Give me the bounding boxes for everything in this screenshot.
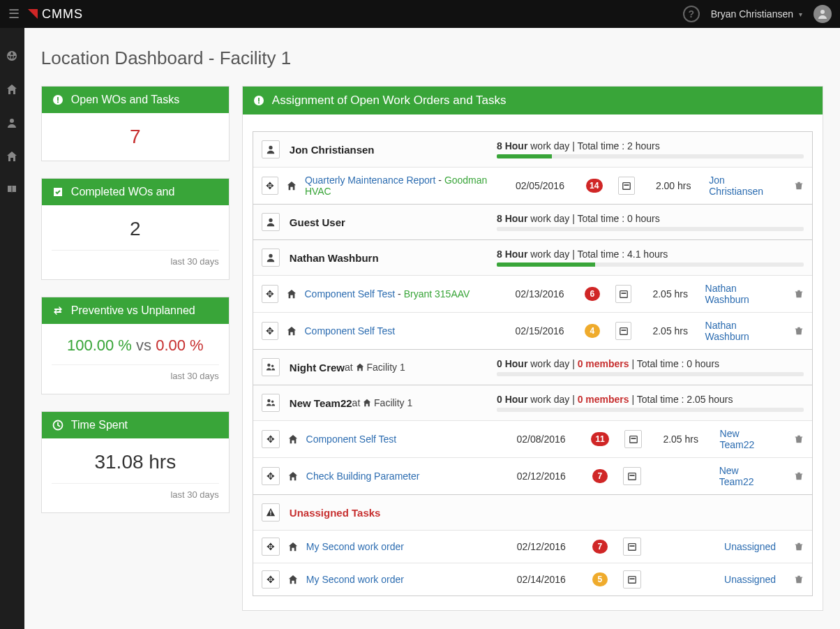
sidebar-item-user[interactable] [5,116,19,130]
calendar-button[interactable] [623,570,641,589]
topbar: ☰ CMMS ? Bryan Christiansen ▾ [0,0,840,28]
drag-handle-icon[interactable]: ✥ [262,177,278,195]
widget-open-title: Open WOs and Tasks [71,94,179,106]
task-assignee-link[interactable]: Nathan Washburn [705,283,776,305]
drag-handle-icon[interactable]: ✥ [262,538,280,556]
task-row: ✥Component Self Test - Bryant 315AAV02/1… [253,275,812,312]
calendar-button[interactable] [623,538,641,556]
group-header: Jon Christiansen8 Hour work day | Total … [253,132,812,167]
brand[interactable]: CMMS [28,7,83,22]
task-hours: 2.05 hrs [652,325,696,336]
avatar[interactable] [813,5,832,23]
sidebar-item-home[interactable] [5,82,19,96]
brand-label: CMMS [42,7,83,22]
drag-handle-icon[interactable]: ✥ [262,322,278,340]
topbar-right: ? Bryan Christiansen ▾ [683,5,832,23]
group-name: Jon Christiansen [290,144,375,156]
task-date: 02/12/2016 [517,541,580,552]
task-row: ✥My Second work order02/14/20165Unassign… [253,563,812,595]
help-icon[interactable]: ? [683,6,700,22]
assignment-group: Unassigned Tasks✥My Second work order02/… [253,495,813,596]
calendar-button[interactable] [623,467,641,485]
delete-button[interactable] [794,181,804,191]
menu-toggle-icon[interactable]: ☰ [8,6,20,22]
task-date: 02/14/2016 [517,574,580,585]
delete-button[interactable] [794,434,804,444]
progress-bar [497,408,804,412]
group-header: Nathan Washburn8 Hour work day | Total t… [253,240,812,275]
assignment-group: Guest User8 Hour work day | Total time :… [253,205,813,240]
task-title: Quarterly Maintenance Report - Goodman H… [305,175,507,197]
sidebar-item-globe[interactable] [5,49,19,63]
widget-open-value: 7 [52,126,219,148]
task-assignee-link[interactable]: New Team22 [720,428,776,450]
team-icon [262,394,280,412]
group-name: New Team22 [290,397,352,409]
delete-button[interactable] [794,575,804,584]
task-title: My Second work order [306,541,509,552]
progress-bar [497,262,804,267]
sidebar-item-facility[interactable] [5,149,19,163]
task-assignee-link[interactable]: Nathan Washburn [705,320,776,342]
drag-handle-icon[interactable]: ✥ [262,570,280,589]
task-link[interactable]: Quarterly Maintenance Report [305,175,436,186]
calendar-button[interactable] [615,322,632,340]
drag-handle-icon[interactable]: ✥ [262,430,280,448]
user-menu[interactable]: Bryan Christiansen ▾ [711,8,802,20]
task-title: My Second work order [306,574,509,585]
group-header: Unassigned Tasks [253,495,812,530]
user-icon [262,249,280,267]
calendar-button[interactable] [624,430,643,448]
task-hours: 2.05 hrs [652,288,696,299]
task-link[interactable]: My Second work order [306,574,404,585]
assignment-group: Nathan Washburn8 Hour work day | Total t… [253,240,813,350]
days-badge: 6 [585,287,600,301]
task-assignee-link[interactable]: New Team22 [719,465,776,487]
drag-handle-icon[interactable]: ✥ [262,285,278,303]
widget-time-value: 31.08 hrs [52,451,219,473]
delete-button[interactable] [794,326,804,336]
drag-handle-icon[interactable]: ✥ [262,467,280,485]
task-title: Component Self Test - Bryant 315AAV [305,288,507,299]
task-link[interactable]: Check Building Parameter [306,471,420,482]
days-badge: 7 [592,469,608,483]
sidebar-item-reports[interactable] [5,183,19,197]
clock-icon [52,419,64,431]
group-meta: 8 Hour work day | Total time : 2 hours [497,140,804,158]
task-assignee-link[interactable]: Jon Christiansen [709,175,776,197]
delete-button[interactable] [794,289,804,299]
assignment-panel: Assignment of Open Work Orders and Tasks… [242,86,823,611]
task-asset: Bryant 315AAV [404,288,470,299]
check-icon [52,186,64,198]
widget-preventive-value: 100.00 % vs 0.00 % [52,336,219,355]
home-icon [287,326,297,336]
assignment-groups: Jon Christiansen8 Hour work day | Total … [253,131,813,596]
task-assignee-link[interactable]: Unassigned [724,541,776,552]
preventive-mid: vs [136,336,151,354]
widget-completed-value: 2 [52,218,219,240]
delete-button[interactable] [794,471,804,481]
task-assignee-link[interactable]: Unassigned [724,574,776,585]
task-link[interactable]: My Second work order [306,541,404,552]
days-badge: 4 [585,324,600,338]
chevron-down-icon: ▾ [799,10,802,18]
task-link[interactable]: Component Self Test [306,434,397,445]
home-icon [288,575,298,584]
group-header: Guest User8 Hour work day | Total time :… [253,205,812,239]
user-icon [262,213,280,231]
group-name: Nathan Washburn [290,252,379,264]
task-link[interactable]: Component Self Test [305,288,396,299]
brand-icon [28,9,38,19]
warning-icon [262,503,280,521]
days-badge: 11 [591,432,608,446]
widget-completed-wos: Completed WOs and 2 last 30 days [41,178,230,280]
home-icon [288,542,298,552]
delete-button[interactable] [794,542,804,552]
task-row: ✥Component Self Test02/15/201642.05 hrsN… [253,312,812,349]
calendar-button[interactable] [615,285,632,303]
calendar-button[interactable] [618,177,635,195]
task-title: Component Self Test [305,325,507,336]
group-location: at Facility 1 [345,362,405,373]
task-link[interactable]: Component Self Test [305,325,396,336]
task-date: 02/15/2016 [516,325,572,336]
